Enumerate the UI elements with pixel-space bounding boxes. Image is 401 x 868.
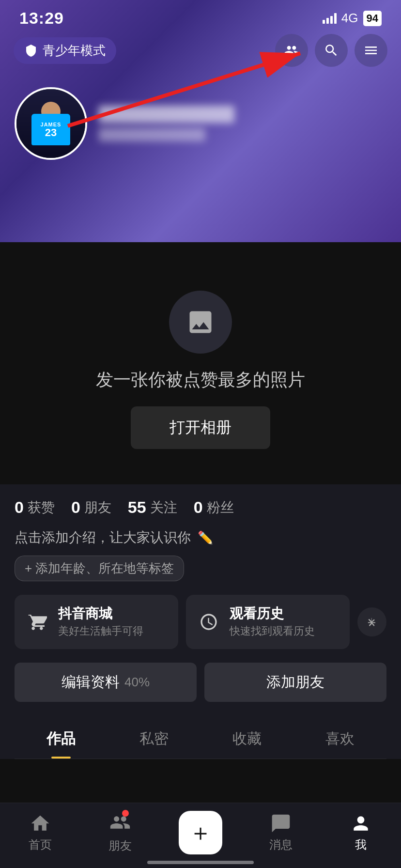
stat-likes-num: 0	[15, 498, 24, 517]
profile-info	[99, 106, 386, 141]
edit-profile-button[interactable]: 编辑资料 40%	[15, 663, 197, 702]
stats-section: 0 获赞 0 朋友 55 关注 0 粉丝 点击添加介绍，让大家认识你	[0, 484, 401, 759]
tab-likes-label: 喜欢	[325, 730, 355, 746]
friends-icon-button[interactable]	[275, 34, 308, 67]
open-album-label: 打开相册	[170, 418, 231, 436]
tab-likes[interactable]: 喜欢	[293, 717, 386, 759]
nav-home-label: 首页	[29, 837, 52, 852]
tab-private[interactable]: 私密	[108, 717, 200, 759]
edit-profile-label: 编辑资料	[62, 672, 120, 692]
nav-friends-label: 朋友	[108, 838, 132, 853]
profile-tabs: 作品 私密 收藏 喜欢	[15, 717, 386, 759]
jersey-body: JAMES 23	[31, 114, 70, 145]
tab-works[interactable]: 作品	[15, 717, 108, 759]
profile-nav-icon	[350, 813, 371, 834]
people-icon	[284, 43, 299, 58]
jersey-graphic: JAMES 23	[29, 102, 73, 145]
stats-row: 0 获赞 0 朋友 55 关注 0 粉丝	[15, 498, 386, 517]
bio-text: 点击添加介绍，让大家认识你	[15, 528, 191, 547]
nav-home[interactable]: 首页	[0, 813, 80, 852]
bottom-navigation: 首页 朋友 ＋ 消息 我	[0, 803, 401, 868]
bio-row[interactable]: 点击添加介绍，让大家认识你 ✏️	[15, 528, 386, 547]
shortcut-mall[interactable]: 抖音商城 美好生活触手可得	[15, 595, 178, 649]
stat-followers-label: 粉丝	[207, 498, 234, 517]
profile-percent: 40%	[124, 675, 150, 690]
cart-icon	[25, 610, 49, 634]
signal-icon	[323, 13, 337, 24]
tab-favorites-label: 收藏	[232, 730, 262, 746]
nav-me[interactable]: 我	[321, 813, 401, 852]
home-icon	[30, 813, 51, 834]
shortcut-history-subtitle: 快速找到观看历史	[230, 624, 315, 638]
main-container: 13:29 4G 94 青少年模式	[0, 0, 401, 868]
avatar[interactable]: JAMES 23	[15, 87, 87, 160]
nav-me-label: 我	[355, 837, 367, 852]
status-icons: 4G 94	[323, 11, 382, 26]
create-button[interactable]: ＋	[179, 811, 222, 854]
shortcut-mall-title: 抖音商城	[58, 605, 143, 622]
profile-section: JAMES 23	[0, 87, 401, 160]
userid-blurred	[99, 128, 205, 141]
shortcut-history[interactable]: 观看历史 快速找到观看历史	[186, 595, 350, 649]
tab-private-label: 私密	[139, 730, 169, 746]
action-buttons-row: 编辑资料 40% 添加朋友	[15, 663, 386, 702]
shortcut-mall-texts: 抖音商城 美好生活触手可得	[58, 605, 143, 638]
status-bar: 13:29 4G 94	[0, 0, 401, 32]
tag-button-text: + 添加年龄、所在地等标签	[25, 560, 174, 577]
menu-icon-button[interactable]	[355, 34, 387, 67]
empty-message: 发一张你被点赞最多的照片	[96, 368, 305, 392]
add-friend-label: 添加朋友	[266, 674, 324, 690]
empty-content: 发一张你被点赞最多的照片 打开相册	[0, 242, 401, 478]
message-nav-icon	[270, 813, 292, 834]
shortcut-history-title: 观看历史	[230, 605, 315, 622]
stat-likes[interactable]: 0 获赞	[15, 498, 55, 517]
nav-create[interactable]: ＋	[160, 811, 241, 854]
plus-icon: ＋	[189, 817, 212, 848]
stat-followers[interactable]: 0 粉丝	[194, 498, 234, 517]
stat-friends-num: 0	[71, 498, 80, 517]
nav-friends-icon-wrap	[109, 812, 131, 835]
youth-mode-button[interactable]: 青少年模式	[14, 37, 116, 64]
nav-messages[interactable]: 消息	[241, 813, 321, 852]
network-label: 4G	[341, 11, 358, 26]
photo-icon	[186, 308, 215, 337]
tab-works-label: 作品	[46, 730, 76, 746]
shortcut-more-button[interactable]	[357, 607, 386, 636]
open-album-button[interactable]: 打开相册	[131, 406, 270, 449]
header-bar: 青少年模式	[0, 34, 401, 67]
content-area: 0 获赞 0 朋友 55 关注 0 粉丝 点击添加介绍，让大家认识你	[0, 242, 401, 478]
nav-friends[interactable]: 朋友	[80, 812, 161, 853]
header-icon-group	[275, 34, 387, 67]
youth-mode-label: 青少年模式	[43, 42, 106, 59]
nav-messages-label: 消息	[269, 837, 293, 852]
shield-icon	[24, 44, 38, 57]
stat-friends-label: 朋友	[84, 498, 111, 517]
jersey-number: 23	[45, 127, 57, 138]
stat-following-label: 关注	[150, 498, 177, 517]
tab-favorites[interactable]: 收藏	[200, 717, 293, 759]
username-blurred	[99, 106, 234, 123]
shortcut-mall-subtitle: 美好生活触手可得	[58, 624, 143, 638]
menu-icon	[363, 43, 379, 58]
battery-indicator: 94	[363, 11, 382, 26]
stat-following-num: 55	[128, 498, 146, 517]
clock-icon	[197, 610, 221, 634]
avatar-inner: JAMES 23	[16, 89, 85, 158]
search-icon-button[interactable]	[315, 34, 348, 67]
stat-friends[interactable]: 0 朋友	[71, 498, 111, 517]
empty-icon-circle	[169, 291, 232, 354]
stat-likes-label: 获赞	[28, 498, 55, 517]
shortcuts-row: 抖音商城 美好生活触手可得 观看历史 快速找到观看历史	[15, 595, 386, 649]
add-friend-button[interactable]: 添加朋友	[204, 663, 386, 702]
asterisk-icon	[365, 615, 379, 629]
stat-followers-num: 0	[194, 498, 203, 517]
status-time: 13:29	[19, 9, 64, 28]
stat-following[interactable]: 55 关注	[128, 498, 177, 517]
home-indicator	[147, 861, 254, 864]
edit-bio-icon[interactable]: ✏️	[198, 530, 213, 545]
search-icon	[324, 43, 339, 58]
add-tag-button[interactable]: + 添加年龄、所在地等标签	[15, 556, 184, 581]
shortcut-history-texts: 观看历史 快速找到观看历史	[230, 605, 315, 638]
